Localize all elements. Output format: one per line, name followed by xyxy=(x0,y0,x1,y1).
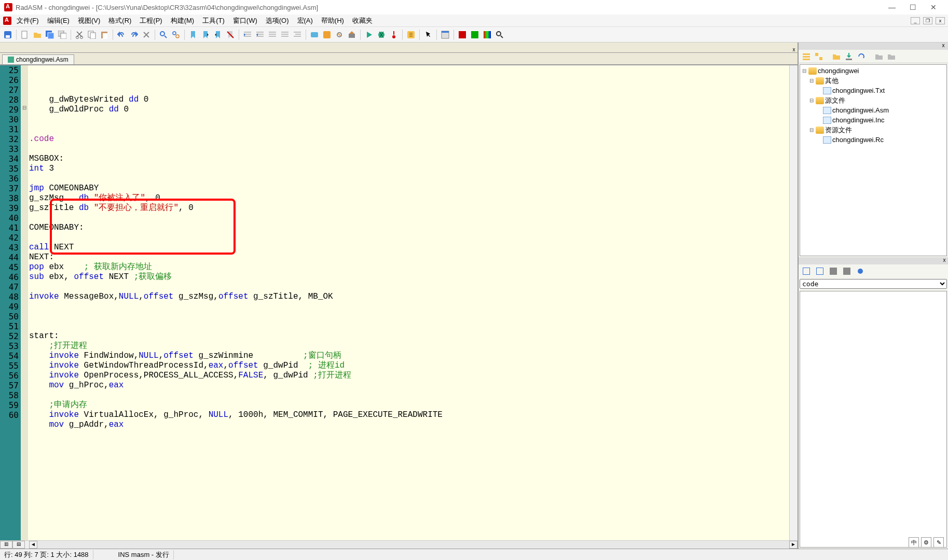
paste-button[interactable] xyxy=(99,29,110,40)
mdi-minimize[interactable]: _ xyxy=(911,17,920,24)
fold-gutter[interactable]: ⊟ xyxy=(21,65,28,540)
expand-icon[interactable]: ⊟ xyxy=(801,68,807,74)
download-button[interactable] xyxy=(843,51,855,62)
ime-settings-icon[interactable]: ⚙ xyxy=(921,537,931,548)
app-menu-icon[interactable] xyxy=(3,17,11,25)
ime-lang[interactable]: 中 xyxy=(909,537,919,548)
scroll-left[interactable]: ◄ xyxy=(29,541,37,549)
hscroll-track[interactable] xyxy=(37,541,789,549)
undo-button[interactable] xyxy=(116,29,127,40)
tree-file[interactable]: chongdingwei.Rc xyxy=(832,136,884,144)
project-tree[interactable]: ⊟chongdingwei ⊟其他 chongdingwei.Txt ⊟源文件 … xyxy=(800,64,947,256)
comment-button[interactable] xyxy=(267,29,278,40)
mdi-close[interactable]: x xyxy=(936,17,945,24)
color-r-button[interactable] xyxy=(457,29,468,40)
new-button[interactable] xyxy=(19,29,31,40)
menu-favorites[interactable]: 收藏夹 xyxy=(349,15,376,26)
folder-a-button[interactable] xyxy=(873,51,885,62)
close-button[interactable]: ✕ xyxy=(923,3,944,11)
menu-help[interactable]: 帮助(H) xyxy=(318,15,347,26)
menu-window[interactable]: 窗口(W) xyxy=(230,15,260,26)
menu-edit[interactable]: 编辑(E) xyxy=(44,15,73,26)
prop-btn1[interactable] xyxy=(801,265,812,277)
outdent-button[interactable] xyxy=(254,29,266,40)
cursor-tool[interactable] xyxy=(422,29,434,40)
menu-build[interactable]: 构建(M) xyxy=(168,15,198,26)
prop-select[interactable]: code xyxy=(800,279,947,289)
menu-file[interactable]: 文件(F) xyxy=(13,15,42,26)
build-button[interactable] xyxy=(346,29,358,40)
menu-tools[interactable]: 工具(T) xyxy=(199,15,228,26)
open-folder-button[interactable] xyxy=(831,51,842,62)
code-editor[interactable]: g_dwBytesWrited dd 0 g_dwOldProc dd 0.co… xyxy=(28,65,789,540)
tree-file[interactable]: chongdingwei.Asm xyxy=(832,106,889,114)
menu-format[interactable]: 格式(R) xyxy=(105,15,134,26)
scroll-right[interactable]: ► xyxy=(789,541,798,549)
debug-button[interactable] xyxy=(376,29,387,40)
bookmark-next-button[interactable] xyxy=(200,29,211,40)
tree-root[interactable]: chongdingwei xyxy=(818,67,859,75)
copy-button[interactable] xyxy=(86,29,98,40)
prop-btn4[interactable] xyxy=(841,265,853,277)
tree-file[interactable]: chongdingwei.Txt xyxy=(832,87,885,94)
assemble-button[interactable] xyxy=(321,29,333,40)
ime-edit-icon[interactable]: ✎ xyxy=(933,537,944,548)
tree-file[interactable]: chongdingwei.Inc xyxy=(832,116,884,124)
delete-button[interactable] xyxy=(141,29,152,40)
view-tree-button[interactable] xyxy=(813,51,825,62)
save-button[interactable] xyxy=(2,29,13,40)
prop-close[interactable]: x xyxy=(941,257,948,263)
redo-button[interactable] xyxy=(128,29,140,40)
find-button[interactable] xyxy=(158,29,169,40)
mdi-restore[interactable]: ❐ xyxy=(923,17,932,24)
prop-btn3[interactable] xyxy=(828,265,839,277)
open-button[interactable] xyxy=(32,29,43,40)
status-bar: 行: 49 列: 7 页: 1 大小: 1488 INS masm - 发行 xyxy=(0,549,948,560)
link-button[interactable] xyxy=(334,29,345,40)
panel-close[interactable]: x xyxy=(940,43,947,50)
color-grad-button[interactable] xyxy=(482,29,493,40)
view-list-button[interactable] xyxy=(801,51,812,62)
stop-button[interactable] xyxy=(388,29,400,40)
file-tab[interactable]: chongdingwei.Asm xyxy=(2,54,74,64)
expand-icon[interactable]: ⊟ xyxy=(808,127,815,133)
folder-b-button[interactable] xyxy=(886,51,897,62)
bookmark-toggle-button[interactable] xyxy=(187,29,199,40)
menu-options[interactable]: 选项(O) xyxy=(263,15,292,26)
tree-node[interactable]: 其他 xyxy=(825,76,839,86)
prop-selector[interactable]: code xyxy=(800,279,947,289)
indent-button[interactable] xyxy=(242,29,253,40)
split-h-button[interactable]: ▥ xyxy=(0,541,12,549)
resource-button[interactable] xyxy=(405,29,417,40)
replace-button[interactable] xyxy=(170,29,182,40)
zoom-tool[interactable] xyxy=(494,29,505,40)
save-all-button[interactable] xyxy=(44,29,56,40)
tree-node[interactable]: 资源文件 xyxy=(825,125,852,135)
minimize-button[interactable]: — xyxy=(882,3,902,11)
maximize-button[interactable]: ☐ xyxy=(902,3,923,11)
line-gutter[interactable]: 2526272829303132333435363738394041424344… xyxy=(0,65,21,540)
color-g-button[interactable] xyxy=(469,29,480,40)
prop-body[interactable] xyxy=(800,291,947,548)
cut-button[interactable] xyxy=(74,29,85,40)
bookmark-prev-button[interactable] xyxy=(212,29,224,40)
vertical-scrollbar[interactable] xyxy=(789,65,798,540)
refresh-button[interactable] xyxy=(856,51,867,62)
copy-all-button[interactable] xyxy=(57,29,68,40)
expand-icon[interactable]: ⊟ xyxy=(808,78,815,83)
uncomment-button[interactable] xyxy=(279,29,291,40)
menu-view[interactable]: 视图(V) xyxy=(75,15,103,26)
tree-node[interactable]: 源文件 xyxy=(825,96,845,105)
format-button[interactable] xyxy=(292,29,303,40)
prop-btn5[interactable] xyxy=(855,265,866,277)
prop-btn2[interactable] xyxy=(814,265,826,277)
menu-project[interactable]: 工程(P) xyxy=(136,15,165,26)
menu-macro[interactable]: 宏(A) xyxy=(294,15,316,26)
tab-close[interactable]: x xyxy=(790,47,798,52)
run-button[interactable] xyxy=(363,29,375,40)
split-v-button[interactable]: ▤ xyxy=(12,541,25,549)
compile-button[interactable] xyxy=(309,29,320,40)
expand-icon[interactable]: ⊟ xyxy=(808,97,815,103)
window-tool[interactable] xyxy=(439,29,451,40)
bookmark-clear-button[interactable] xyxy=(225,29,236,40)
